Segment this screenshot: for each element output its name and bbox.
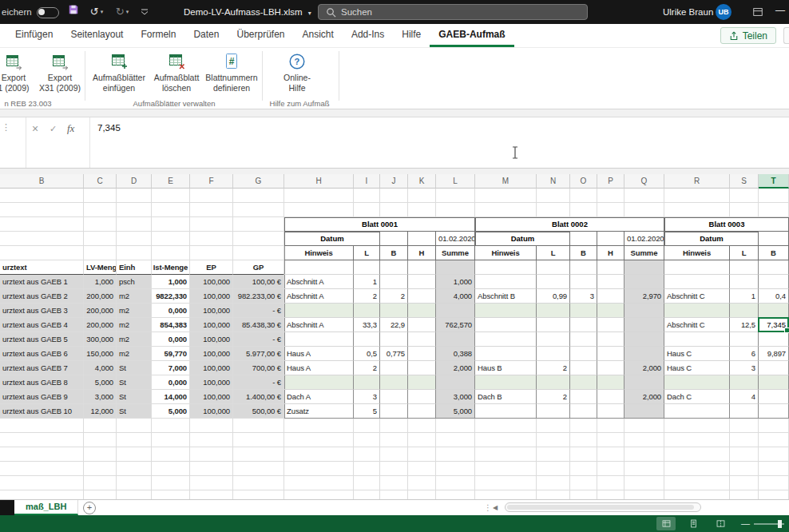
cell[interactable]: 5.977,00 € bbox=[233, 347, 284, 361]
cell[interactable] bbox=[0, 189, 84, 203]
cell[interactable] bbox=[0, 447, 84, 462]
cell[interactable] bbox=[664, 189, 730, 203]
cell[interactable] bbox=[475, 318, 537, 332]
cell[interactable] bbox=[380, 203, 408, 217]
cell[interactable] bbox=[284, 447, 354, 462]
cell[interactable] bbox=[730, 447, 759, 462]
column-header-T[interactable]: T bbox=[759, 174, 789, 189]
cell[interactable]: Hinweis bbox=[284, 246, 354, 260]
cell[interactable] bbox=[730, 260, 759, 275]
cell[interactable]: 2 bbox=[354, 289, 380, 304]
cell[interactable] bbox=[152, 203, 190, 217]
cell[interactable] bbox=[475, 476, 537, 490]
normal-view-button[interactable] bbox=[656, 517, 676, 530]
cell[interactable] bbox=[284, 332, 354, 347]
cell[interactable] bbox=[354, 447, 380, 462]
formula-value[interactable]: 7,345 bbox=[97, 123, 121, 133]
cell[interactable]: 100,000 bbox=[190, 361, 233, 375]
cell[interactable]: 0,775 bbox=[380, 347, 408, 361]
column-header-C[interactable]: C bbox=[84, 174, 117, 189]
cell[interactable]: Haus C bbox=[664, 361, 730, 375]
cell[interactable]: 2,970 bbox=[624, 289, 664, 304]
cell[interactable] bbox=[759, 189, 789, 203]
cell[interactable] bbox=[354, 332, 380, 347]
cell[interactable] bbox=[380, 419, 408, 433]
cell[interactable] bbox=[570, 361, 597, 375]
cell[interactable] bbox=[475, 462, 537, 476]
cell[interactable] bbox=[759, 433, 789, 447]
cell[interactable]: 4,000 bbox=[436, 289, 475, 304]
cell[interactable]: Haus A bbox=[284, 361, 354, 375]
blattnummern-definieren-button[interactable]: # Blattnummern definieren bbox=[204, 51, 259, 99]
cell[interactable] bbox=[730, 433, 759, 447]
export-d11-button[interactable]: Export 1 (2009) bbox=[0, 51, 37, 99]
cell[interactable] bbox=[152, 490, 190, 499]
cell[interactable] bbox=[284, 490, 354, 499]
cell[interactable] bbox=[730, 476, 759, 490]
cell[interactable] bbox=[759, 332, 789, 347]
cell[interactable] bbox=[759, 476, 789, 490]
cell[interactable] bbox=[624, 304, 664, 318]
cell[interactable]: urztext aus GAEB 5 bbox=[0, 332, 84, 347]
cell[interactable]: 5,000 bbox=[152, 404, 190, 419]
active-cell[interactable]: 7,345 bbox=[758, 317, 789, 332]
cancel-icon[interactable]: × bbox=[32, 121, 38, 137]
cell[interactable] bbox=[84, 232, 117, 246]
cell[interactable] bbox=[354, 304, 380, 318]
cell[interactable] bbox=[597, 361, 624, 375]
cell[interactable] bbox=[380, 232, 408, 246]
cell[interactable] bbox=[537, 404, 570, 419]
cell[interactable] bbox=[436, 433, 475, 447]
cell[interactable]: 3,000 bbox=[436, 390, 475, 404]
cell[interactable] bbox=[597, 347, 624, 361]
cell[interactable] bbox=[570, 232, 597, 246]
column-header-O[interactable]: O bbox=[570, 174, 597, 189]
cell[interactable]: Hinweis bbox=[664, 246, 730, 260]
cell[interactable] bbox=[624, 332, 664, 347]
cell[interactable] bbox=[759, 375, 789, 390]
cell[interactable] bbox=[436, 203, 475, 217]
redo-icon[interactable]: ↻▾ bbox=[112, 0, 133, 24]
column-header-E[interactable]: E bbox=[152, 174, 190, 189]
cell[interactable]: 14,000 bbox=[152, 390, 190, 404]
cell[interactable]: 2 bbox=[354, 361, 380, 375]
cell[interactable] bbox=[408, 375, 436, 390]
cell[interactable]: Abschnitt A bbox=[284, 275, 354, 289]
cell[interactable]: m2 bbox=[117, 332, 152, 347]
cell[interactable] bbox=[233, 490, 284, 499]
cell[interactable]: 1,000 bbox=[436, 275, 475, 289]
cell[interactable] bbox=[408, 462, 436, 476]
cell[interactable]: 9,897 bbox=[759, 347, 789, 361]
cell[interactable] bbox=[408, 304, 436, 318]
cell[interactable] bbox=[354, 462, 380, 476]
cell[interactable] bbox=[408, 447, 436, 462]
cell[interactable]: 59,770 bbox=[152, 347, 190, 361]
cell[interactable]: L bbox=[730, 246, 759, 260]
cell[interactable] bbox=[537, 332, 570, 347]
cell[interactable] bbox=[436, 304, 475, 318]
cell[interactable]: 12,5 bbox=[730, 318, 759, 332]
cell[interactable]: Haus B bbox=[475, 361, 537, 375]
cell[interactable] bbox=[436, 189, 475, 203]
cell[interactable] bbox=[408, 347, 436, 361]
cell[interactable] bbox=[408, 260, 436, 275]
cell[interactable]: 5,000 bbox=[436, 404, 475, 419]
cell[interactable] bbox=[597, 476, 624, 490]
cell[interactable] bbox=[233, 203, 284, 217]
column-header-Q[interactable]: Q bbox=[624, 174, 664, 189]
cell[interactable] bbox=[730, 304, 759, 318]
cell[interactable] bbox=[152, 419, 190, 433]
cell[interactable] bbox=[84, 217, 117, 232]
cell[interactable] bbox=[730, 462, 759, 476]
tab-daten[interactable]: Daten bbox=[184, 24, 228, 47]
cell[interactable] bbox=[730, 275, 759, 289]
cell[interactable] bbox=[408, 203, 436, 217]
document-title[interactable]: Demo-LV-Aufmass-LBH.xlsm▾ bbox=[184, 0, 311, 26]
cell[interactable] bbox=[624, 433, 664, 447]
cell[interactable] bbox=[84, 433, 117, 447]
cell[interactable] bbox=[117, 447, 152, 462]
cell[interactable] bbox=[354, 189, 380, 203]
cell[interactable]: 100,000 bbox=[190, 404, 233, 419]
cell[interactable] bbox=[408, 275, 436, 289]
cell[interactable]: LV-Menge bbox=[84, 260, 117, 275]
